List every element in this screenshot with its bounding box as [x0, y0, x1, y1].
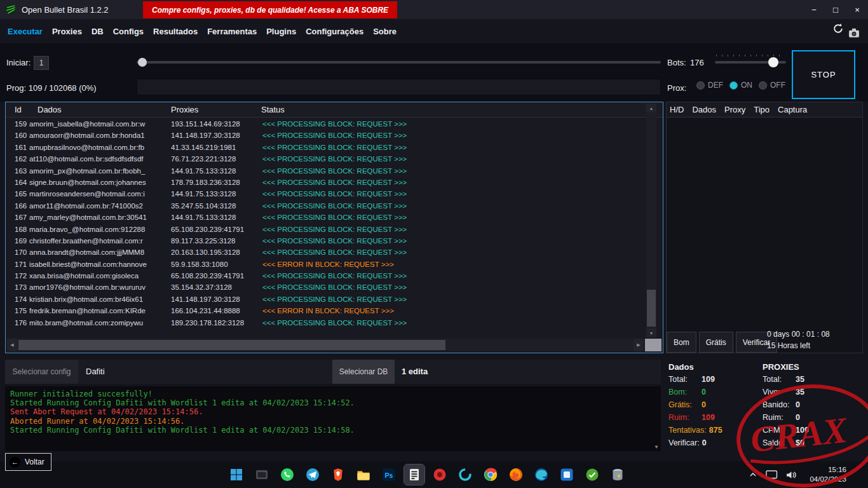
taskbar-icon-edge[interactable] [531, 464, 552, 485]
taskbar-icon-telegram[interactable] [302, 464, 323, 485]
prox-radio-off[interactable]: OFF [759, 81, 785, 90]
update-icon[interactable] [832, 22, 844, 35]
table-row[interactable]: 159amorim_isabella@hotmail.com.br:w193.1… [6, 119, 644, 130]
table-row[interactable]: 172xana.brisa@hotmail.com:gisoleca65.108… [6, 271, 644, 282]
cell-dados: xana.brisa@hotmail.com:gisoleca [29, 272, 165, 280]
stat-row: Tentativas:875 [668, 426, 722, 438]
volume-icon[interactable] [786, 470, 797, 480]
maximize-icon[interactable]: □ [825, 0, 846, 19]
taskbar-icon-whatsapp[interactable] [277, 464, 297, 485]
menu-item-proxies[interactable]: Proxies [52, 27, 82, 36]
menu-item-sobre[interactable]: Sobre [373, 27, 397, 36]
table-row[interactable]: 163amorim_px@hotmail.com.br:fbobh_144.91… [6, 166, 644, 177]
stats-panel: DadosTotal:109Bom:0Grátis:0Ruim:109Tenta… [666, 360, 868, 458]
hits-button-gr-tis[interactable]: Grátis [699, 332, 733, 353]
iniciar-value-box[interactable]: 1 [34, 56, 49, 70]
column-header-proxies: Proxies [171, 105, 198, 114]
table-row[interactable]: 167amy_marley@hotmail.com.br:30541144.91… [6, 212, 644, 224]
table-row[interactable]: 161amupbrasilnovo@hotmail.com.br:fb41.33… [6, 142, 644, 154]
taskbar-icon-openbullet[interactable] [404, 464, 424, 485]
table-row[interactable]: 164signe.bruun@hotmail.com:johannes178.7… [6, 177, 644, 189]
scroll-down-icon[interactable]: ▼ [646, 329, 656, 337]
stat-label: Vivo: [763, 388, 793, 400]
taskbar-icon-blue-app[interactable] [557, 464, 577, 485]
horizontal-scrollbar[interactable]: ◀ ▶ [7, 339, 644, 351]
bots-slider[interactable] [715, 57, 786, 68]
close-icon[interactable]: × [846, 0, 868, 19]
taskbar-icon-firefox[interactable] [506, 464, 526, 485]
taskbar-icon-brave[interactable] [328, 464, 348, 485]
runner-controls: Iniciar: 1 Bots: 176 STOP Prog: 109 / 10… [0, 43, 868, 102]
system-tray [749, 461, 797, 488]
table-row[interactable]: 166amor11@hotmail.com.br:741000s235.247.… [6, 201, 644, 212]
table-row[interactable]: 162at110@hotmail.com.br:sdfsdfsdfsdf76.7… [6, 154, 644, 165]
voltar-button[interactable]: ← Voltar [5, 453, 51, 471]
stat-label: Verificar: [668, 438, 700, 451]
prox-radio-on[interactable]: ON [729, 81, 752, 90]
stat-label: Saldo: [763, 438, 793, 451]
table-row[interactable]: 174kristian.brix@hotmail.com:br46ix61141… [6, 294, 644, 306]
prox-radio-def[interactable]: DEF [696, 81, 723, 90]
table-row[interactable]: 170anna.brandt@hotmail.com:jjjMMM820.163… [6, 247, 644, 259]
cell-dados: amor1976@hotmail.com.br:wururuv [29, 283, 165, 291]
menu-item-configura-es[interactable]: Configurações [306, 27, 363, 36]
cell-proxy: 76.71.223.221:3128 [171, 155, 259, 163]
menu-item-resultados[interactable]: Resultados [153, 27, 198, 36]
table-row[interactable]: 168maria.bravo_@hotmail.com:91228865.108… [6, 224, 644, 236]
scroll-right-icon[interactable]: ▶ [634, 339, 644, 351]
slider-thumb[interactable] [768, 57, 778, 67]
stat-row: Bom:0 [668, 388, 722, 400]
select-db-button[interactable]: Selecionar DB [332, 360, 395, 384]
scroll-left-icon[interactable]: ◀ [7, 339, 17, 351]
taskbar-icon-red-app[interactable] [430, 464, 450, 485]
table-row[interactable]: 176mito.bram@hotmail.com:zomipywu189.230… [6, 318, 644, 329]
taskbar-icon-database-app[interactable] [607, 464, 628, 485]
table-row[interactable]: 173amor1976@hotmail.com.br:wururuv35.154… [6, 282, 644, 294]
minimize-icon[interactable]: − [803, 0, 825, 19]
taskbar-icon-photoshop[interactable]: Ps [379, 464, 399, 485]
horizontal-scroll-thumb[interactable] [18, 340, 445, 350]
taskbar-icon-green-app[interactable] [582, 464, 602, 485]
cell-proxy: 35.154.32.37:3128 [171, 283, 259, 291]
taskbar-icon-file-explorer[interactable] [353, 464, 374, 485]
log-area[interactable]: Runner initialized succesfully!Started R… [5, 386, 661, 451]
menu-item-configs[interactable]: Configs [113, 27, 144, 36]
taskbar-clock[interactable]: 15:16 04/02/2023 [810, 465, 846, 484]
cell-status: <<< PROCESSING BLOCK: REQUEST >>> [262, 226, 567, 233]
screenshot-camera-icon[interactable] [848, 27, 860, 39]
hits-column-dados: Dados [692, 105, 716, 117]
stat-label: Ruim: [763, 413, 793, 426]
vertical-scrollbar[interactable]: ▲ ▼ [646, 104, 656, 337]
table-row[interactable]: 160amouraorr@hotmail.com.br:honda1141.14… [6, 130, 644, 142]
start-slider[interactable] [137, 57, 661, 68]
taskbar-icon-start[interactable] [226, 464, 247, 485]
select-config-button[interactable]: Selecionar config [5, 360, 78, 384]
stat-value: 35 [796, 388, 804, 400]
table-row[interactable]: 171isabell.briest@hotmail.com:hannove59.… [6, 259, 644, 271]
column-header-status: Status [261, 105, 285, 114]
stop-button[interactable]: STOP [792, 50, 855, 99]
menu-item-executar[interactable]: Executar [8, 27, 43, 36]
tray-chevron-up-icon[interactable] [749, 470, 757, 479]
scroll-up-icon[interactable]: ▲ [646, 104, 656, 112]
table-row[interactable]: 175fredrik.breman@hotmail.com:KIRde166.1… [6, 306, 644, 317]
table-row[interactable]: 165martinroseandersen@hotmail.com:i144.9… [6, 189, 644, 200]
taskbar-icon-widgets[interactable] [252, 464, 272, 485]
menu-item-ferramentas[interactable]: Ferramentas [207, 27, 257, 36]
cell-status: <<< ERROR IN BLOCK: REQUEST >>> [262, 261, 567, 268]
log-line: Aborted Runner at 04/02/2023 15:14:56. [10, 417, 661, 426]
cast-screen-icon[interactable] [766, 470, 778, 480]
cell-dados: isabell.briest@hotmail.com:hannove [29, 261, 165, 268]
menu-item-db[interactable]: DB [92, 27, 104, 36]
slider-thumb[interactable] [138, 58, 147, 67]
log-line: Started Running Config Dafiti with Wordl… [10, 426, 661, 435]
taskbar-icon-chrome[interactable] [480, 464, 501, 485]
cell-proxy: 144.91.75.133:3128 [171, 190, 259, 198]
menu-item-plugins[interactable]: Plugins [266, 27, 296, 36]
vertical-scroll-thumb[interactable] [647, 290, 656, 327]
log-scroll-down-icon[interactable]: ▼ [654, 444, 659, 450]
cell-dados: maria.bravo_@hotmail.com:912288 [29, 226, 165, 233]
taskbar-icon-circle-app[interactable] [455, 464, 475, 485]
table-row[interactable]: 169christoffer.braathen@hotmail.com:r89.… [6, 236, 644, 247]
hits-button-bom[interactable]: Bom [667, 332, 696, 353]
